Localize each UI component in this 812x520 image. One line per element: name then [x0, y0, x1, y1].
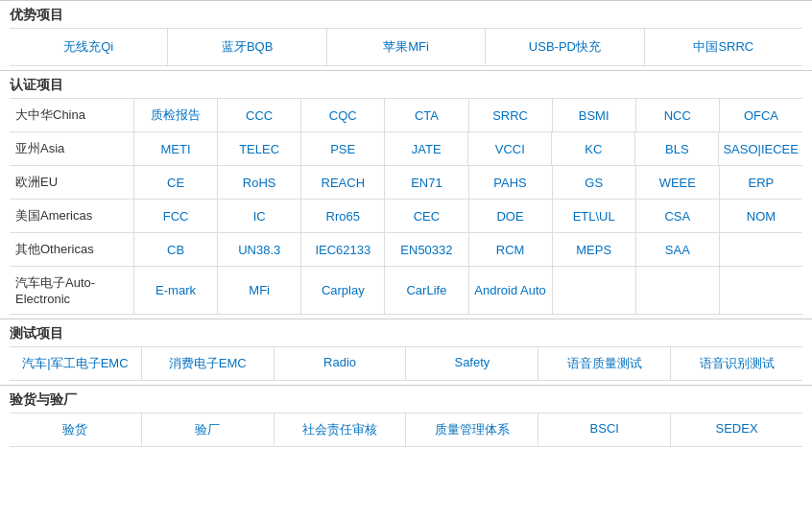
cert-cell[interactable]: EN50332: [385, 233, 468, 266]
cert-cell[interactable]: CCC: [218, 99, 301, 131]
advantage-cell[interactable]: USB-PD快充: [486, 29, 644, 65]
certification-section: 认证项目 大中华China质检报告CCCCQCCTASRRCBSMINCCOFC…: [0, 70, 812, 319]
cert-cell[interactable]: KC: [552, 132, 635, 165]
cert-cell[interactable]: CQC: [301, 99, 385, 131]
cert-cell[interactable]: JATE: [385, 132, 468, 165]
verify-cell[interactable]: 验货: [10, 414, 142, 446]
verification-section: 验货与验厂 验货验厂社会责任审核质量管理体系BSCISEDEX: [0, 385, 812, 451]
test-row: 汽车|军工电子EMC消费电子EMCRadioSafety语音质量测试语音识别测试: [10, 346, 802, 381]
cert-row: 美国AmericasFCCICRro65CECDOEETL\ULCSANOM: [10, 199, 802, 232]
advantage-section: 优势项目 无线充Qi蓝牙BQB苹果MFiUSB-PD快充中国SRRC: [0, 0, 812, 70]
advantage-cell[interactable]: 无线充Qi: [10, 29, 168, 65]
cert-cell[interactable]: Rro65: [301, 200, 385, 232]
cert-row-label: 亚州Asia: [10, 132, 134, 165]
cert-cell[interactable]: WEEE: [636, 166, 720, 199]
cert-cell[interactable]: Carplay: [301, 267, 385, 314]
advantage-cell[interactable]: 苹果MFi: [327, 29, 486, 65]
cert-row-label: 其他Othericas: [10, 233, 134, 266]
cert-cell[interactable]: NOM: [720, 200, 802, 232]
cert-cell[interactable]: BLS: [635, 132, 719, 165]
verify-row: 验货验厂社会责任审核质量管理体系BSCISEDEX: [10, 413, 802, 447]
cert-cell[interactable]: PSE: [301, 132, 385, 165]
cert-cell[interactable]: SRRC: [469, 99, 553, 131]
test-cell[interactable]: 语音质量测试: [538, 347, 671, 380]
cert-cell: [553, 267, 636, 314]
verification-title: 验货与验厂: [10, 391, 802, 409]
cert-cell[interactable]: OFCA: [720, 99, 802, 131]
verify-cell[interactable]: SEDEX: [671, 414, 802, 446]
certification-title: 认证项目: [10, 77, 802, 94]
advantage-cell[interactable]: 中国SRRC: [645, 29, 802, 65]
testing-title: 测试项目: [10, 325, 802, 343]
cert-cell[interactable]: MEPS: [553, 233, 636, 266]
cert-cell[interactable]: VCCI: [468, 132, 552, 165]
cert-cell[interactable]: CarLife: [385, 267, 468, 314]
cert-cell[interactable]: Android Auto: [469, 267, 553, 314]
cert-row: 欧洲EUCERoHSREACHEN71PAHSGSWEEEERP: [10, 165, 802, 199]
cert-cell[interactable]: 质检报告: [134, 99, 218, 131]
cert-row-label: 大中华China: [10, 99, 134, 131]
test-cell[interactable]: 消费电子EMC: [142, 347, 275, 380]
test-cell[interactable]: Radio: [275, 347, 407, 380]
cert-cell[interactable]: DOE: [469, 200, 553, 232]
cert-cell[interactable]: IEC62133: [301, 233, 385, 266]
cert-row: 亚州AsiaMETITELECPSEJATEVCCIKCBLSSASO|IECE…: [10, 131, 802, 165]
cert-cell[interactable]: CB: [134, 233, 218, 266]
testing-section: 测试项目 汽车|军工电子EMC消费电子EMCRadioSafety语音质量测试语…: [0, 319, 812, 385]
cert-cell[interactable]: CTA: [385, 99, 468, 131]
cert-row: 汽车电子Auto-ElectronicE-markMFiCarplayCarLi…: [10, 266, 802, 315]
cert-row-label: 汽车电子Auto-Electronic: [10, 267, 134, 314]
cert-row-label: 欧洲EU: [10, 166, 134, 199]
verify-cell[interactable]: 质量管理体系: [406, 414, 538, 446]
cert-cell[interactable]: EN71: [385, 166, 468, 199]
cert-row-label: 美国Americas: [10, 200, 134, 232]
cert-cell: [636, 267, 720, 314]
cert-cell: [720, 233, 802, 266]
cert-cell[interactable]: E-mark: [134, 267, 218, 314]
advantage-title: 优势项目: [10, 7, 802, 24]
cert-cell[interactable]: ETL\UL: [553, 200, 636, 232]
cert-cell[interactable]: METI: [134, 132, 218, 165]
cert-cell[interactable]: RCM: [469, 233, 553, 266]
cert-cell[interactable]: FCC: [134, 200, 218, 232]
cert-cell[interactable]: NCC: [636, 99, 720, 131]
cert-cell[interactable]: ERP: [720, 166, 802, 199]
verify-cell[interactable]: BSCI: [538, 414, 671, 446]
cert-cell[interactable]: PAHS: [469, 166, 553, 199]
advantage-cell[interactable]: 蓝牙BQB: [168, 29, 326, 65]
cert-cell[interactable]: TELEC: [218, 132, 301, 165]
cert-cell[interactable]: IC: [218, 200, 301, 232]
cert-cell[interactable]: RoHS: [218, 166, 301, 199]
test-cell[interactable]: 语音识别测试: [671, 347, 802, 380]
verify-cell[interactable]: 社会责任审核: [275, 414, 407, 446]
cert-cell: [720, 267, 802, 314]
cert-cell[interactable]: CEC: [385, 200, 468, 232]
cert-cell[interactable]: REACH: [301, 166, 385, 199]
certification-rows: 大中华China质检报告CCCCQCCTASRRCBSMINCCOFCA亚州As…: [10, 98, 802, 315]
cert-cell[interactable]: CSA: [636, 200, 720, 232]
cert-cell[interactable]: SAA: [636, 233, 720, 266]
test-cell[interactable]: Safety: [406, 347, 538, 380]
cert-row: 大中华China质检报告CCCCQCCTASRRCBSMINCCOFCA: [10, 98, 802, 131]
cert-cell[interactable]: BSMI: [553, 99, 636, 131]
cert-row: 其他OthericasCBUN38.3IEC62133EN50332RCMMEP…: [10, 232, 802, 266]
cert-cell[interactable]: MFi: [218, 267, 301, 314]
verify-cell[interactable]: 验厂: [142, 414, 275, 446]
advantage-row: 无线充Qi蓝牙BQB苹果MFiUSB-PD快充中国SRRC: [10, 28, 802, 66]
test-cell[interactable]: 汽车|军工电子EMC: [10, 347, 142, 380]
cert-cell[interactable]: CE: [134, 166, 218, 199]
cert-cell[interactable]: GS: [553, 166, 636, 199]
cert-cell[interactable]: SASO|IECEE: [719, 132, 802, 165]
cert-cell[interactable]: UN38.3: [218, 233, 301, 266]
